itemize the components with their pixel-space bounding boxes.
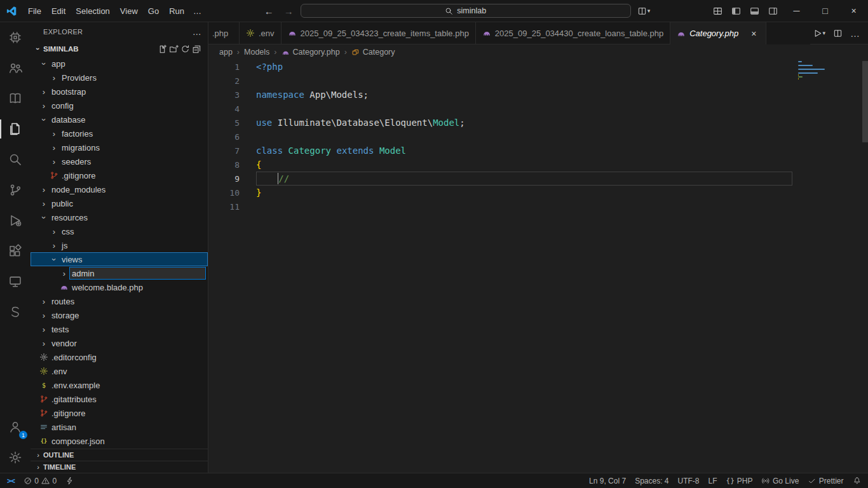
code-line-7[interactable]: 7class Category extends Model bbox=[208, 144, 868, 158]
activity-settings[interactable] bbox=[0, 442, 31, 473]
breadcrumb-models[interactable]: Models bbox=[244, 48, 269, 57]
activity-run-debug[interactable] bbox=[0, 205, 31, 236]
tree-item-seeders[interactable]: ›seeders bbox=[31, 154, 208, 168]
eol-setting[interactable]: LF bbox=[704, 473, 722, 488]
code-line-11[interactable]: 11 bbox=[208, 200, 868, 214]
code-line-4[interactable]: 4 bbox=[208, 102, 868, 116]
indentation-setting[interactable]: Spaces: 4 bbox=[630, 473, 673, 488]
tree-item-editorconfig[interactable]: .editorconfig bbox=[31, 350, 208, 364]
tree-item-vendor[interactable]: ›vendor bbox=[31, 336, 208, 350]
cursor-position[interactable]: Ln 9, Col 7 bbox=[585, 473, 630, 488]
new-window-button[interactable]: ▾ bbox=[635, 6, 653, 16]
activity-source-control[interactable] bbox=[0, 175, 31, 205]
activity-sqltools[interactable] bbox=[0, 297, 31, 327]
panel-outline[interactable]: ›OUTLINE bbox=[31, 449, 208, 461]
tab-php[interactable]: .php bbox=[208, 22, 240, 44]
breadcrumb-app[interactable]: app bbox=[219, 48, 233, 57]
tree-item-welcome-blade-php[interactable]: welcome.blade.php bbox=[31, 280, 208, 294]
tree-item-views[interactable]: ›views bbox=[31, 252, 208, 266]
tree-item-resources[interactable]: ›resources bbox=[31, 210, 208, 224]
tree-item-migrations[interactable]: ›migrations bbox=[31, 140, 208, 154]
code-line-9[interactable]: 9 // bbox=[208, 172, 868, 186]
tree-item-gitignore[interactable]: .gitignore bbox=[31, 406, 208, 420]
code-line-1[interactable]: 1<?php bbox=[208, 60, 868, 74]
go-live-button[interactable]: Go Live bbox=[757, 473, 803, 488]
code-line-6[interactable]: 6 bbox=[208, 130, 868, 144]
split-editor-button[interactable] bbox=[831, 29, 845, 38]
forward-button[interactable]: → bbox=[281, 6, 297, 17]
activity-docs[interactable] bbox=[0, 83, 31, 114]
activity-remote-explorer[interactable] bbox=[0, 266, 31, 297]
remote-indicator[interactable]: >< bbox=[3, 473, 19, 488]
activity-device[interactable] bbox=[0, 22, 31, 53]
toggle-secondary-sidebar-icon[interactable] bbox=[764, 3, 782, 19]
code-line-5[interactable]: 5use Illuminate\Database\Eloquent\Model; bbox=[208, 116, 868, 130]
menu-run[interactable]: Run bbox=[164, 4, 189, 18]
breadcrumb-category-php[interactable]: Category.php bbox=[281, 48, 340, 57]
menu-edit[interactable]: Edit bbox=[46, 4, 71, 18]
tree-item-tests[interactable]: ›tests bbox=[31, 322, 208, 336]
tree-item-config[interactable]: ›config bbox=[31, 98, 208, 112]
tree-item-routes[interactable]: ›routes bbox=[31, 294, 208, 308]
menu-view[interactable]: View bbox=[115, 4, 143, 18]
panel-timeline[interactable]: ›TIMELINE bbox=[31, 461, 208, 473]
tree-item-providers[interactable]: ›Providers bbox=[31, 71, 208, 85]
tab-category-php[interactable]: Category.php× bbox=[670, 22, 766, 44]
code-line-8[interactable]: 8{ bbox=[208, 158, 868, 172]
menu-more-button[interactable]: … bbox=[189, 4, 205, 18]
new-folder-icon[interactable] bbox=[169, 44, 179, 54]
menu-file[interactable]: File bbox=[23, 4, 46, 18]
prettier-button[interactable]: Prettier bbox=[803, 473, 848, 488]
search-command-center[interactable]: siminlab bbox=[301, 4, 631, 18]
tab-2025-09-25-034430-create-loans-table-php[interactable]: 2025_09_25_034430_create_loans_table.php bbox=[476, 22, 670, 44]
minimize-button[interactable]: ─ bbox=[782, 0, 811, 22]
breadcrumb-category[interactable]: Category bbox=[351, 48, 395, 57]
menu-selection[interactable]: Selection bbox=[71, 4, 114, 18]
tree-item-app[interactable]: ›app bbox=[31, 57, 208, 71]
tree-item-env-example[interactable]: $.env.example bbox=[31, 378, 208, 392]
code-line-3[interactable]: 3namespace App\Models; bbox=[208, 88, 868, 102]
toggle-panel-icon[interactable] bbox=[745, 3, 764, 19]
close-icon[interactable]: × bbox=[748, 28, 759, 39]
toggle-primary-sidebar-icon[interactable] bbox=[727, 3, 745, 19]
activity-search[interactable] bbox=[0, 144, 31, 175]
tab-env[interactable]: .env bbox=[240, 22, 281, 44]
activity-accounts[interactable]: 1 bbox=[0, 412, 31, 442]
customize-layout-icon[interactable] bbox=[709, 3, 727, 19]
activity-explorer[interactable] bbox=[0, 114, 31, 144]
new-file-icon[interactable] bbox=[158, 44, 167, 54]
back-button[interactable]: ← bbox=[261, 6, 277, 17]
tree-item-factories[interactable]: ›factories bbox=[31, 126, 208, 140]
run-button[interactable]: ▾ bbox=[810, 29, 828, 38]
tree-item-bootstrap[interactable]: ›bootstrap bbox=[31, 85, 208, 98]
problems-indicator[interactable]: 0 0 bbox=[19, 473, 61, 488]
close-button[interactable]: × bbox=[839, 0, 868, 22]
tree-item-database[interactable]: ›database bbox=[31, 112, 208, 126]
tree-item-css[interactable]: ›css bbox=[31, 224, 208, 238]
tab-2025-09-25-034323-create-items-table-php[interactable]: 2025_09_25_034323_create_items_table.php bbox=[281, 22, 476, 44]
code-editor[interactable]: 1<?php23namespace App\Models;45use Illum… bbox=[208, 60, 868, 473]
language-mode[interactable]: {} PHP bbox=[722, 473, 757, 488]
tree-item-node-modules[interactable]: ›node_modules bbox=[31, 182, 208, 196]
tree-item-gitignore[interactable]: .gitignore bbox=[31, 168, 208, 182]
tree-item-gitattributes[interactable]: .gitattributes bbox=[31, 392, 208, 406]
activity-extensions[interactable] bbox=[0, 236, 31, 266]
refresh-icon[interactable] bbox=[180, 44, 190, 54]
tree-item-admin[interactable]: › bbox=[31, 266, 208, 280]
sidebar-more-button[interactable]: … bbox=[193, 27, 201, 37]
collapse-all-icon[interactable] bbox=[192, 44, 201, 54]
tree-item-artisan[interactable]: artisan bbox=[31, 420, 208, 434]
minimap[interactable] bbox=[796, 61, 859, 82]
editor-scrollbar[interactable] bbox=[862, 61, 868, 142]
tree-item-composer-json[interactable]: {}composer.json bbox=[31, 434, 208, 448]
menu-go[interactable]: Go bbox=[143, 4, 164, 18]
more-actions-button[interactable]: … bbox=[848, 28, 863, 39]
activity-people[interactable] bbox=[0, 53, 31, 83]
tree-item-env[interactable]: .env bbox=[31, 364, 208, 378]
feedback-indicator[interactable] bbox=[61, 473, 79, 488]
tree-item-js[interactable]: ›js bbox=[31, 238, 208, 252]
notifications-button[interactable] bbox=[848, 473, 866, 488]
code-line-2[interactable]: 2 bbox=[208, 74, 868, 88]
tree-item-public[interactable]: ›public bbox=[31, 196, 208, 210]
tree-item-storage[interactable]: ›storage bbox=[31, 308, 208, 322]
